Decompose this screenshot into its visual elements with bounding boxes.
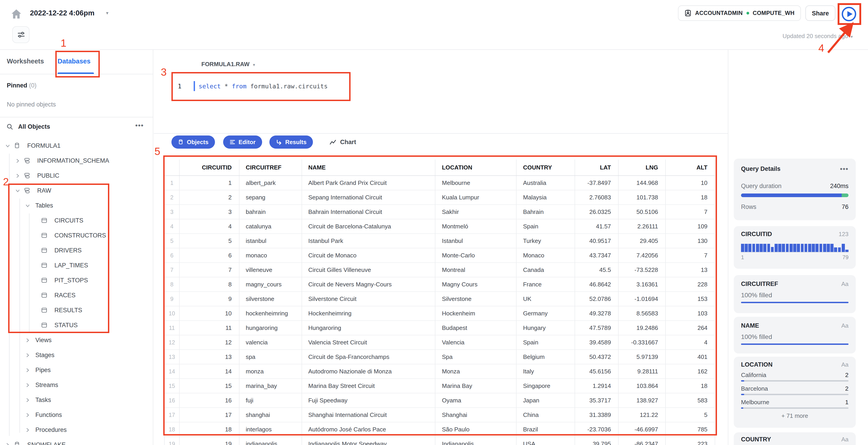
cell-location: Melbourne <box>436 176 517 190</box>
tree-item[interactable]: PIT_STOPS <box>0 273 153 288</box>
table-row[interactable]: 16 16 fuji Fuji Speedway Oyama Japan 35.… <box>165 393 715 408</box>
tree-item-label: Tasks <box>35 397 51 403</box>
table-row[interactable]: 10 10 hockenheimring Hockenheimring Hock… <box>165 306 715 321</box>
chevron-right-icon <box>25 413 30 417</box>
chevron-down-icon <box>16 188 20 193</box>
tree-item[interactable]: SNOWFLAKE <box>0 437 153 445</box>
table-row[interactable]: 12 12 valencia Valencia Street Circuit V… <box>165 335 715 350</box>
column-header[interactable]: LAT <box>575 160 619 175</box>
histogram-bar <box>823 244 826 252</box>
table-row[interactable]: 19 19 indianapolis Indianapolis Motor Sp… <box>165 437 715 445</box>
table-row[interactable]: 11 11 hungaroring Hungaroring Budapest H… <box>165 321 715 335</box>
objects-toggle-button[interactable]: Objects <box>172 136 215 149</box>
column-header[interactable]: CIRCUITID <box>180 160 240 175</box>
show-more-values[interactable]: + 71 more <box>741 412 848 419</box>
table-row[interactable]: 6 6 monaco Circuit de Monaco Monte-Carlo… <box>165 248 715 263</box>
tree-item-label: Procedures <box>35 426 67 433</box>
table-row[interactable]: 14 14 monza Autodromo Nazionale di Monza… <box>165 364 715 379</box>
tree-item[interactable]: RACES <box>0 288 153 303</box>
cell-alt: 7 <box>666 248 715 262</box>
value-bar <box>741 407 848 409</box>
country-stats-card: COUNTRY Aa <box>734 432 856 445</box>
table-row[interactable]: 8 8 magny_cours Circuit de Nevers Magny-… <box>165 277 715 292</box>
return-arrow-icon <box>276 139 282 145</box>
title-dropdown-icon[interactable]: ▼ <box>105 11 109 15</box>
tree-item[interactable]: Tasks <box>0 392 153 407</box>
tree-item[interactable]: RESULTS <box>0 303 153 318</box>
tree-item[interactable]: DRIVERS <box>0 243 153 258</box>
chevron-right-icon <box>25 383 30 387</box>
share-button[interactable]: Share <box>805 5 835 21</box>
table-row[interactable]: 17 17 shanghai Shanghai International Ci… <box>165 408 715 422</box>
column-header[interactable]: NAME <box>302 160 436 175</box>
tree-item[interactable]: PUBLIC <box>0 168 153 183</box>
editor-context-selector[interactable]: FORMULA1.RAW▼ <box>202 61 256 68</box>
circuitid-histogram <box>741 244 848 252</box>
tree-item[interactable]: FORMULA1 <box>0 138 153 153</box>
filled-bar <box>741 302 848 303</box>
query-details-panel: Query Details ••• Query duration240ms Ro… <box>728 50 868 445</box>
context-selector[interactable]: ACCOUNTADMIN COMPUTE_WH <box>678 5 801 21</box>
tree-item[interactable]: Views <box>0 333 153 348</box>
worksheet-title[interactable]: 2022-12-22 4:06pm <box>30 9 95 17</box>
column-header[interactable]: ALT <box>666 160 715 175</box>
editor-toggle-button[interactable]: Editor <box>223 136 262 149</box>
tree-item[interactable]: Functions <box>0 407 153 422</box>
tree-item[interactable]: RAW <box>0 183 153 198</box>
tree-item[interactable]: CONSTRUCTORS <box>0 228 153 243</box>
cell-lat: 41.57 <box>575 219 619 233</box>
table-row[interactable]: 9 9 silverstone Silverstone Circuit Silv… <box>165 292 715 306</box>
column-header[interactable]: LNG <box>619 160 666 175</box>
cell-circuitref: shanghai <box>240 408 302 422</box>
tab-worksheets[interactable]: Worksheets <box>7 58 44 65</box>
cell-alt: 153 <box>666 292 715 306</box>
table-row[interactable]: 7 7 villeneuve Circuit Gilles Villeneuve… <box>165 263 715 277</box>
table-row[interactable]: 3 3 bahrain Bahrain International Circui… <box>165 205 715 219</box>
sidebar-more-menu[interactable]: ••• <box>135 122 144 129</box>
table-row[interactable]: 15 15 marina_bay Marina Bay Street Circu… <box>165 379 715 393</box>
table-row[interactable]: 18 18 interlagos Autódromo José Carlos P… <box>165 422 715 437</box>
tree-item[interactable]: Pipes <box>0 363 153 377</box>
tree-item[interactable]: Streams <box>0 377 153 392</box>
schema-icon <box>24 157 30 164</box>
text-cursor <box>194 81 195 91</box>
tree-item-label: INFORMATION_SCHEMA <box>37 157 109 164</box>
tree-item-label: SNOWFLAKE <box>27 441 66 445</box>
histogram-max: 79 <box>842 254 848 261</box>
results-toggle-button[interactable]: Results <box>269 136 313 149</box>
run-button[interactable] <box>841 6 857 22</box>
filters-button[interactable] <box>12 26 29 43</box>
tab-databases[interactable]: Databases <box>58 58 91 65</box>
tree-item-label: RESULTS <box>55 307 82 314</box>
tree-item[interactable]: Stages <box>0 348 153 363</box>
object-search[interactable]: All Objects ••• <box>0 121 153 134</box>
tree-item[interactable]: CIRCUITS <box>0 213 153 228</box>
tree-item[interactable]: Tables <box>0 198 153 213</box>
tree-item[interactable]: Procedures <box>0 422 153 437</box>
cell-lat: 52.0786 <box>575 292 619 306</box>
cell-lat: 49.3278 <box>575 306 619 320</box>
column-header[interactable]: LOCATION <box>436 160 517 175</box>
table-row[interactable]: 5 5 istanbul Istanbul Park Istanbul Turk… <box>165 234 715 248</box>
tree-item[interactable]: INFORMATION_SCHEMA <box>0 153 153 168</box>
updated-status[interactable]: Updated 20 seconds ago▼ <box>782 33 854 39</box>
sql-editor-line[interactable]: 1 select * from formula1.raw.circuits <box>172 80 328 93</box>
home-icon[interactable] <box>10 8 24 21</box>
column-header[interactable]: COUNTRY <box>517 160 575 175</box>
table-row[interactable]: 4 4 catalunya Circuit de Barcelona-Catal… <box>165 219 715 234</box>
cell-circuitid: 16 <box>180 393 240 407</box>
tree-item[interactable]: STATUS <box>0 318 153 333</box>
cell-circuitid: 12 <box>180 335 240 349</box>
tree-item[interactable]: LAP_TIMES <box>0 258 153 273</box>
cell-location: Spa <box>436 350 517 364</box>
table-row[interactable]: 2 2 sepang Sepang International Circuit … <box>165 190 715 205</box>
row-number: 4 <box>165 219 180 233</box>
name-stats-card: NAME Aa 100% filled <box>734 317 856 353</box>
tree-item-label: LAP_TIMES <box>55 262 88 269</box>
chart-toggle-button[interactable]: Chart <box>329 136 356 149</box>
table-row[interactable]: 1 1 albert_park Albert Park Grand Prix C… <box>165 176 715 190</box>
tree-item-label: Pipes <box>35 367 51 373</box>
table-row[interactable]: 13 13 spa Circuit de Spa-Francorchamps S… <box>165 350 715 364</box>
column-header[interactable]: CIRCUITREF <box>240 160 302 175</box>
query-details-menu[interactable]: ••• <box>840 165 848 173</box>
